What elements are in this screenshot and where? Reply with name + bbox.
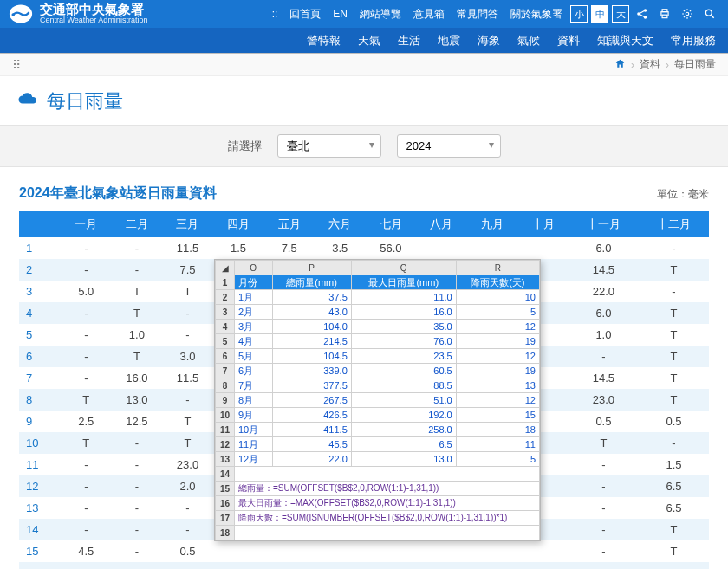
- xl-cell[interactable]: 258.0: [351, 423, 456, 437]
- xl-cell[interactable]: 18: [456, 423, 539, 437]
- xl-corner[interactable]: ◢: [216, 261, 235, 275]
- xl-cell[interactable]: 214.5: [272, 334, 351, 349]
- xl-cell[interactable]: 11.0: [351, 290, 456, 305]
- xl-rowhead[interactable]: 5: [216, 334, 235, 349]
- xl-cell[interactable]: 12月: [235, 452, 273, 467]
- xl-cell[interactable]: 35.0: [351, 320, 456, 334]
- xl-rowhead[interactable]: 8: [216, 378, 235, 393]
- xl-rowhead[interactable]: 2: [216, 290, 235, 305]
- xl-rowhead[interactable]: 18: [216, 526, 235, 540]
- xl-col-r[interactable]: R: [456, 261, 539, 275]
- xl-cell[interactable]: 16.0: [351, 305, 456, 320]
- xl-cell[interactable]: 19: [456, 364, 539, 378]
- day-cell[interactable]: 8: [19, 389, 61, 411]
- xl-cell[interactable]: 12: [456, 349, 539, 364]
- xl-cell[interactable]: 9月: [235, 408, 273, 423]
- xl-cell[interactable]: 339.0: [272, 364, 351, 378]
- xl-h-month[interactable]: 月份: [235, 275, 273, 290]
- day-cell[interactable]: 10: [19, 432, 61, 454]
- font-size-small[interactable]: 小: [570, 5, 588, 23]
- xl-cell[interactable]: 4月: [235, 334, 273, 349]
- xl-cell[interactable]: 76.0: [351, 334, 456, 349]
- nav-data[interactable]: 資料: [557, 33, 580, 48]
- xl-formula-cell[interactable]: [235, 467, 540, 482]
- xl-cell[interactable]: 267.5: [272, 393, 351, 408]
- xl-col-o[interactable]: O: [235, 261, 273, 275]
- crumb-data[interactable]: 資料: [640, 57, 660, 72]
- day-cell[interactable]: 14: [19, 519, 61, 540]
- day-cell[interactable]: 11: [19, 454, 61, 475]
- day-cell[interactable]: 15: [19, 540, 61, 562]
- search-icon[interactable]: [700, 4, 719, 23]
- nav-earthquake[interactable]: 地震: [438, 33, 460, 48]
- xl-cell[interactable]: 377.5: [272, 378, 351, 393]
- day-cell[interactable]: 12: [19, 475, 61, 497]
- xl-cell[interactable]: 37.5: [272, 290, 351, 305]
- xl-rowhead[interactable]: 7: [216, 364, 235, 378]
- xl-formula-cell[interactable]: [235, 526, 540, 540]
- xl-formula-cell[interactable]: 降雨天數：=SUM(ISNUMBER(OFFSET($B$2,0,ROW(1:1…: [235, 511, 540, 526]
- settings-icon[interactable]: [678, 4, 697, 23]
- xl-cell[interactable]: 11: [456, 437, 539, 452]
- xl-cell[interactable]: 23.5: [351, 349, 456, 364]
- xl-cell[interactable]: 411.5: [272, 423, 351, 437]
- nav-weather[interactable]: 天氣: [358, 33, 380, 48]
- xl-cell[interactable]: 19: [456, 334, 539, 349]
- font-size-large[interactable]: 大: [612, 5, 629, 23]
- xl-cell[interactable]: 11月: [235, 437, 273, 452]
- xl-cell[interactable]: 10: [456, 290, 539, 305]
- xl-rowhead[interactable]: 15: [216, 482, 235, 496]
- nav-climate[interactable]: 氣候: [517, 33, 540, 48]
- xl-cell[interactable]: 13.0: [351, 452, 456, 467]
- day-cell[interactable]: 4: [19, 302, 61, 324]
- font-size-mid[interactable]: 中: [591, 5, 608, 23]
- day-cell[interactable]: 2: [19, 259, 61, 281]
- day-cell[interactable]: 3: [19, 281, 61, 302]
- xl-rowhead[interactable]: 10: [216, 408, 235, 423]
- xl-rowhead[interactable]: 3: [216, 305, 235, 320]
- nav-life[interactable]: 生活: [398, 33, 420, 48]
- xl-cell[interactable]: 10月: [235, 423, 273, 437]
- day-cell[interactable]: 7: [19, 367, 61, 389]
- xl-cell[interactable]: 5: [456, 452, 539, 467]
- day-cell[interactable]: 1: [19, 237, 61, 259]
- xl-cell[interactable]: 15: [456, 408, 539, 423]
- xl-h-total[interactable]: 總雨量(mm): [272, 275, 351, 290]
- xl-cell[interactable]: 3月: [235, 320, 273, 334]
- link-about[interactable]: 關於氣象署: [506, 7, 567, 22]
- home-icon[interactable]: [614, 58, 626, 72]
- lang-toggle[interactable]: ::: [268, 8, 283, 20]
- xl-cell[interactable]: 7月: [235, 378, 273, 393]
- xl-formula-cell[interactable]: 最大日雨量：=MAX(OFFSET($B$2,0,ROW(1:1)-1,31,1…: [235, 496, 540, 511]
- day-cell[interactable]: 13: [19, 497, 61, 519]
- day-cell[interactable]: 16: [19, 562, 61, 569]
- xl-cell[interactable]: 6.5: [351, 437, 456, 452]
- xl-cell[interactable]: 104.0: [272, 320, 351, 334]
- nav-marine[interactable]: 海象: [478, 33, 500, 48]
- link-home[interactable]: 回首頁: [285, 7, 325, 22]
- xl-col-q[interactable]: Q: [351, 261, 456, 275]
- link-faq[interactable]: 常見問答: [452, 7, 503, 22]
- link-en[interactable]: EN: [328, 8, 352, 20]
- xl-cell[interactable]: 426.5: [272, 408, 351, 423]
- xl-rowhead[interactable]: 16: [216, 496, 235, 511]
- xl-cell[interactable]: 2月: [235, 305, 273, 320]
- xl-cell[interactable]: 5: [456, 305, 539, 320]
- site-logo[interactable]: 交通部中央氣象署 Central Weather Administration: [9, 2, 147, 26]
- xl-h-days[interactable]: 降雨天數(天): [456, 275, 539, 290]
- xl-cell[interactable]: 88.5: [351, 378, 456, 393]
- day-cell[interactable]: 6: [19, 346, 61, 367]
- xl-cell[interactable]: 192.0: [351, 408, 456, 423]
- xl-rowhead[interactable]: 6: [216, 349, 235, 364]
- nav-knowledge[interactable]: 知識與天文: [597, 33, 653, 48]
- xl-rowhead[interactable]: 9: [216, 393, 235, 408]
- xl-col-p[interactable]: P: [272, 261, 351, 275]
- xl-cell[interactable]: 5月: [235, 349, 273, 364]
- xl-rowhead[interactable]: 17: [216, 511, 235, 526]
- link-sitemap[interactable]: 網站導覽: [355, 7, 406, 22]
- station-select[interactable]: 臺北: [277, 134, 381, 158]
- day-cell[interactable]: 5: [19, 324, 61, 346]
- xl-rowhead[interactable]: 13: [216, 452, 235, 467]
- nav-services[interactable]: 常用服務: [671, 33, 716, 48]
- nav-alert[interactable]: 警特報: [307, 33, 341, 48]
